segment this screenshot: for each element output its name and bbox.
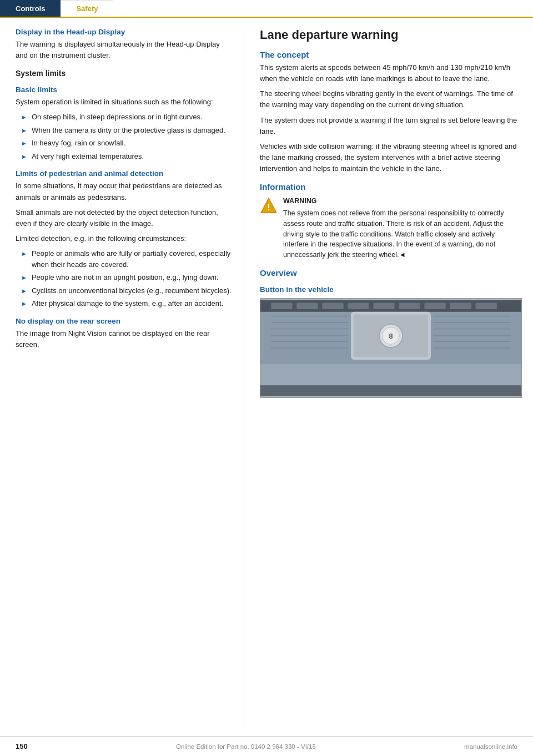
ped-animal-list: ► People or animals who are fully or par… xyxy=(16,248,234,309)
no-display-heading: No display on the rear screen xyxy=(16,317,234,325)
bullet-icon: ► xyxy=(21,273,27,283)
concept-p3: The system does not provide a warning if… xyxy=(260,115,522,137)
bullet-icon: ► xyxy=(21,126,27,135)
ped-animal-p3: Limited detection, e.g. in the following… xyxy=(16,233,234,244)
svg-text:!: ! xyxy=(267,203,270,212)
warning-text: The system does not relieve from the per… xyxy=(283,208,522,260)
list-item: ► People who are not in an upright posit… xyxy=(16,272,234,283)
button-vehicle-heading: Button in the vehicle xyxy=(260,285,522,294)
svg-rect-12 xyxy=(476,303,497,309)
header-tabs: Controls Safety xyxy=(0,0,533,18)
page-number: 150 xyxy=(16,742,28,750)
basic-limits-list: ► On steep hills, in steep depressions o… xyxy=(16,112,234,162)
svg-rect-4 xyxy=(271,303,292,309)
no-display-text: The image from Night Vision cannot be di… xyxy=(16,328,234,350)
list-item: ► After physical damage to the system, e… xyxy=(16,298,234,309)
footer: 150 Online Edition for Part no. 0140 2 9… xyxy=(0,736,533,756)
footer-logo: manualsonline.info xyxy=(464,743,517,750)
warning-label: WARNING xyxy=(283,196,522,206)
svg-rect-6 xyxy=(322,303,343,309)
basic-limits-heading: Basic limits xyxy=(16,85,234,94)
warning-content: WARNING The system does not relieve from… xyxy=(283,196,522,260)
concept-p1: This system alerts at speeds between 45 … xyxy=(260,62,522,84)
ped-animal-heading: Limits of pedestrian and animal detectio… xyxy=(16,169,234,178)
right-column: Lane departure warning The concept This … xyxy=(244,28,533,728)
concept-p4: Vehicles with side collision warning: if… xyxy=(260,141,522,174)
bullet-icon: ► xyxy=(21,113,27,122)
info-heading: Information xyxy=(260,182,522,191)
list-item: ► People or animals who are fully or par… xyxy=(16,248,234,270)
ped-animal-p2: Small animals are not detected by the ob… xyxy=(16,207,234,229)
bullet-icon: ► xyxy=(21,286,27,296)
car-button-image: 8 xyxy=(260,298,522,398)
svg-text:8: 8 xyxy=(389,332,393,340)
system-limits-heading: System limits xyxy=(16,69,234,78)
tab-controls[interactable]: Controls xyxy=(0,0,61,17)
svg-rect-10 xyxy=(424,303,445,309)
list-item: ► Cyclists on unconventional bicycles (e… xyxy=(16,285,234,296)
list-item: ► When the camera is dirty or the protec… xyxy=(16,125,234,136)
concept-p2: The steering wheel begins vibrating gent… xyxy=(260,88,522,110)
bullet-icon: ► xyxy=(21,152,27,162)
content-area: Display in the Head-up Display The warni… xyxy=(0,18,533,728)
warning-box: ! WARNING The system does not relieve fr… xyxy=(260,196,522,260)
svg-rect-31 xyxy=(260,385,521,396)
list-item: ► On steep hills, in steep depressions o… xyxy=(16,112,234,123)
overview-heading: Overview xyxy=(260,268,522,278)
svg-rect-5 xyxy=(296,303,318,309)
bullet-icon: ► xyxy=(21,299,27,309)
left-column: Display in the Head-up Display The warni… xyxy=(0,28,244,728)
warning-icon: ! xyxy=(260,197,278,215)
footer-center-text: Online Edition for Part no. 0140 2 964 3… xyxy=(176,743,316,750)
tab-safety[interactable]: Safety xyxy=(61,0,113,17)
bullet-icon: ► xyxy=(21,139,27,148)
display-heading: Display in the Head-up Display xyxy=(16,28,234,36)
bullet-icon: ► xyxy=(21,249,27,259)
svg-rect-11 xyxy=(450,303,471,309)
ped-animal-p1: In some situations, it may occur that pe… xyxy=(16,180,234,203)
basic-limits-intro: System operation is limited in situation… xyxy=(16,97,234,108)
concept-heading: The concept xyxy=(260,50,522,59)
display-text: The warning is displayed simultaneously … xyxy=(16,39,234,61)
svg-rect-7 xyxy=(348,303,369,309)
svg-rect-9 xyxy=(399,303,420,309)
list-item: ► At very high external temperatures. xyxy=(16,151,234,162)
list-item: ► In heavy fog, rain or snowfall. xyxy=(16,138,234,149)
svg-rect-8 xyxy=(373,303,394,309)
main-heading: Lane departure warning xyxy=(260,28,522,42)
